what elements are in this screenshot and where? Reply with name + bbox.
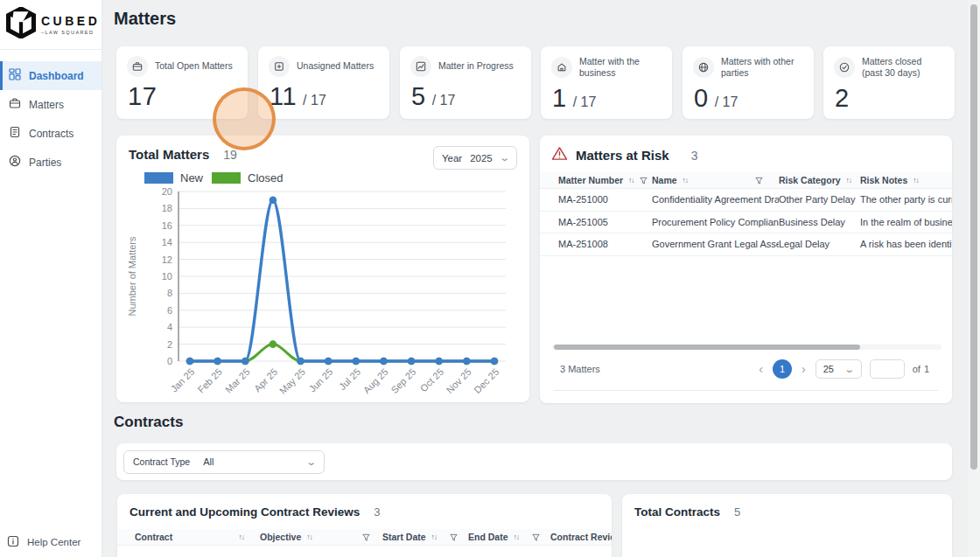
sidebar-item-contracts[interactable]: Contracts — [0, 119, 102, 148]
help-center-button[interactable]: Help Center — [0, 535, 102, 549]
stat-suffix: / 17 — [432, 93, 456, 108]
chevron-down-icon: ⌄ — [844, 365, 856, 374]
stat-card-matters-closed: Matters closed (past 30 days) 2 — [823, 46, 955, 119]
stat-label: Matters with other parties — [721, 56, 803, 79]
svg-text:6: 6 — [167, 305, 172, 316]
column-header-risk-category[interactable]: Risk Category ↑↓ — [779, 175, 860, 185]
stat-card-matter-with-business: Matter with the business 1 / 17 — [541, 46, 672, 119]
column-label: Start Date — [382, 532, 426, 542]
legend-item-new: New — [144, 171, 203, 185]
svg-text:Number of Matters: Number of Matters — [127, 236, 137, 317]
svg-text:Apr 25: Apr 25 — [252, 366, 279, 393]
total-pages: 1 — [924, 364, 929, 374]
contracts-section-title: Contracts — [114, 414, 183, 431]
stat-value: 11 — [270, 82, 297, 111]
legend-label: New — [180, 171, 203, 185]
year-select-value: 2025 — [470, 153, 493, 164]
svg-text:May 25: May 25 — [277, 366, 307, 396]
page-number-button[interactable]: 1 — [773, 359, 792, 379]
filter-icon[interactable] — [532, 533, 540, 541]
stat-card-unassigned-matters: Unasigned Matters 11 / 17 — [258, 46, 389, 119]
filter-icon[interactable] — [640, 177, 648, 185]
svg-text:14: 14 — [162, 237, 172, 247]
warning-triangle-icon — [551, 146, 568, 164]
cell-risk-notes: A risk has been identified — [860, 239, 952, 249]
previous-page-icon[interactable]: ‹ — [757, 362, 765, 376]
sort-icon[interactable]: ↑↓ — [846, 176, 852, 185]
sort-icon[interactable]: ↑↓ — [306, 533, 312, 541]
column-header-matter-number[interactable]: Matter Number ↑↓ — [558, 175, 652, 185]
stat-label: Unasigned Matters — [297, 60, 374, 72]
contract-type-label: Contract Type — [133, 456, 190, 467]
svg-text:Sep 25: Sep 25 — [388, 366, 417, 395]
column-label: Risk Notes — [860, 175, 907, 185]
risk-table-row[interactable]: MA-251008 Government Grant Legal Assessm… — [540, 233, 952, 256]
horizontal-scrollbar-thumb[interactable] — [554, 345, 860, 350]
risk-table-row[interactable]: MA-251005 Procurement Policy Compliance … — [540, 212, 952, 234]
cell-name: Procurement Policy Compliance — [652, 217, 779, 227]
contract-reviews-title: Current and Upcoming Contract Reviews — [130, 505, 360, 519]
sort-icon[interactable]: ↑↓ — [628, 176, 634, 185]
vertical-scrollbar-thumb[interactable] — [970, 4, 977, 470]
stat-label: Matters closed (past 30 days) — [862, 56, 935, 79]
horizontal-scrollbar-track[interactable] — [552, 345, 942, 350]
column-header-start-date[interactable]: Start Date ↑↓ — [382, 532, 468, 542]
person-circle-icon — [9, 155, 21, 170]
svg-text:10: 10 — [162, 271, 172, 282]
column-header-name[interactable]: Name ↑↓ — [652, 175, 779, 185]
contract-type-select[interactable]: Contract Type All ⌄ — [123, 450, 325, 474]
document-icon — [9, 126, 21, 141]
stat-value: 5 — [411, 82, 426, 111]
total-contracts-title: Total Contracts — [634, 505, 720, 519]
sidebar-item-dashboard[interactable]: Dashboard — [0, 61, 102, 90]
sort-icon[interactable]: ↑↓ — [431, 533, 438, 541]
svg-text:Jan 25: Jan 25 — [169, 366, 197, 394]
filter-icon[interactable] — [450, 533, 458, 541]
contract-reviews-card: Current and Upcoming Contract Reviews 3 … — [117, 494, 612, 557]
column-header-risk-notes[interactable]: Risk Notes ↑↓ — [860, 175, 952, 185]
sidebar-item-parties[interactable]: Parties — [0, 148, 102, 177]
app-logo[interactable]: CUBED –LAW SQUARED — [0, 0, 102, 50]
stat-value: 2 — [835, 84, 850, 113]
column-label: Contract Review — [550, 532, 612, 542]
sort-icon[interactable]: ↑↓ — [913, 176, 919, 185]
legend-swatch — [212, 172, 241, 184]
year-select[interactable]: Year 2025 ⌄ — [433, 146, 517, 170]
column-header-end-date[interactable]: End Date ↑↓ — [468, 532, 550, 542]
column-header-contract-review[interactable]: Contract Review — [550, 532, 612, 542]
sort-icon[interactable]: ↑↓ — [514, 533, 520, 541]
vertical-scrollbar-track[interactable] — [968, 0, 980, 557]
column-header-objective[interactable]: Objective ↑↓ — [260, 532, 382, 542]
cell-matter-number: MA-251000 — [558, 194, 652, 205]
sort-icon[interactable]: ↑↓ — [239, 533, 245, 541]
stat-suffix: / 17 — [715, 94, 738, 110]
globe-icon — [693, 57, 714, 78]
help-center-label: Help Center — [27, 537, 80, 547]
page-jump-input[interactable] — [870, 359, 905, 379]
column-header-contract[interactable]: Contract ↑↓ — [135, 532, 260, 542]
risk-table-row[interactable]: MA-251000 Confidentiality Agreement Draf… — [540, 189, 952, 212]
year-select-label: Year — [442, 153, 462, 164]
matters-at-risk-card: Matters at Risk 3 Matter Number ↑↓ Name … — [540, 136, 952, 403]
logo-subtitle: –LAW SQUARED — [41, 30, 100, 35]
page-size-value: 25 — [823, 364, 834, 374]
risk-table-header: Matter Number ↑↓ Name ↑↓ Risk Category ↑… — [540, 172, 952, 189]
filter-icon[interactable] — [755, 177, 763, 185]
sidebar-item-matters[interactable]: Matters — [0, 90, 102, 119]
cell-risk-notes: In the realm of business, le — [860, 217, 952, 227]
next-page-icon[interactable]: › — [800, 362, 808, 376]
sidebar-item-label: Parties — [29, 157, 61, 169]
contracts-filter-card: Contract Type All ⌄ — [116, 443, 952, 480]
sort-icon[interactable]: ↑↓ — [682, 176, 689, 185]
svg-text:Feb 25: Feb 25 — [195, 366, 224, 395]
svg-text:20: 20 — [162, 186, 172, 197]
sidebar-item-label: Dashboard — [29, 70, 84, 82]
filter-icon[interactable] — [362, 533, 370, 541]
page-size-select[interactable]: 25 ⌄ — [816, 359, 862, 379]
sidebar: CUBED –LAW SQUARED Dashboard — [0, 0, 102, 557]
total-matters-card: Total Matters 19 Year 2025 ⌄ New Closed … — [116, 136, 529, 402]
legend-label: Closed — [248, 171, 283, 185]
svg-text:12: 12 — [162, 254, 172, 265]
matters-at-risk-title: Matters at Risk — [576, 148, 669, 163]
stat-suffix: / 17 — [303, 93, 326, 108]
